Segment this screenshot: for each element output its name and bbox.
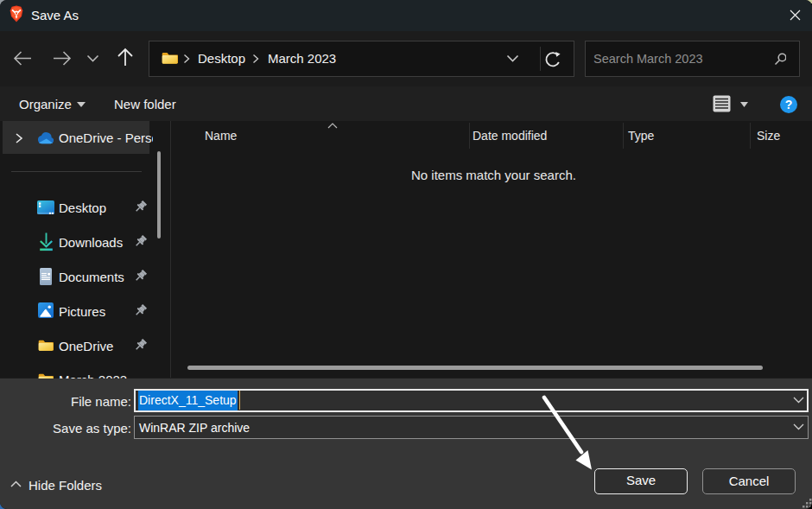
svg-text:?: ? xyxy=(785,98,793,111)
